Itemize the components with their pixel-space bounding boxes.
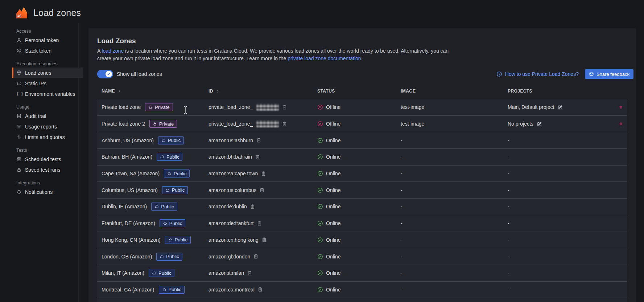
copy-id-button[interactable] xyxy=(253,254,259,259)
database-icon xyxy=(16,113,22,119)
column-header-status: STATUS xyxy=(313,83,396,99)
copy-id-button[interactable] xyxy=(250,204,255,209)
delete-zone-button[interactable] xyxy=(619,121,623,127)
badge-label: Private xyxy=(159,121,174,127)
online-status-icon xyxy=(317,204,323,209)
online-status-icon xyxy=(317,187,323,193)
delete-zone-button[interactable] xyxy=(619,104,623,110)
status-text: Online xyxy=(326,220,340,226)
column-label: NAME xyxy=(102,89,115,94)
sidebar-item-environment-variables[interactable]: { } Environment variables xyxy=(12,89,83,99)
check-icon xyxy=(107,72,111,76)
how-to-use-private-load-zones-link[interactable]: How to use Private Load Zones? xyxy=(496,71,579,77)
column-header-actions xyxy=(615,83,627,99)
edit-projects-button[interactable] xyxy=(557,105,563,110)
table-row: Montreal, CA (Amazon) Public amazon:ca:m… xyxy=(97,281,627,298)
cloud-icon xyxy=(154,204,159,209)
sidebar-item-audit-trail[interactable]: Audit trail xyxy=(12,111,83,121)
toolbar: Show all load zones How to use Private L… xyxy=(88,69,636,79)
status-text: Online xyxy=(326,270,340,276)
sidebar-item-stack-token[interactable]: Stack token xyxy=(12,45,83,56)
sidebar-item-scheduled-tests[interactable]: Scheduled tests xyxy=(12,154,83,164)
sidebar-item-saved-test-runs[interactable]: Saved test runs xyxy=(12,164,83,175)
private-load-zone-docs-link[interactable]: private load zone documentation xyxy=(288,56,361,61)
copy-id-button[interactable] xyxy=(257,287,263,292)
id-cell: amazon:cn:hong kong xyxy=(204,232,313,248)
online-status-icon xyxy=(317,154,323,160)
name-cell: London, GB (Amazon) Public xyxy=(97,248,204,265)
zone-badge: Public xyxy=(159,286,185,294)
sidebar-item-load-zones[interactable]: Load zones xyxy=(12,68,83,78)
sidebar-item-label: Personal token xyxy=(25,37,59,43)
copy-id-button[interactable] xyxy=(261,171,266,176)
table-body: Private load zone Private private_load_z… xyxy=(88,99,636,298)
projects-cell: - xyxy=(503,166,615,182)
cloud-icon xyxy=(167,171,172,176)
copy-id-button[interactable] xyxy=(247,270,252,276)
table-row: Columbus, US (Amazon) Public amazon:us:c… xyxy=(97,181,627,198)
image-cell: - xyxy=(396,149,503,165)
edit-projects-button[interactable] xyxy=(537,121,542,127)
zone-id: amazon:gb:london xyxy=(209,254,250,260)
zone-id: amazon:ie:dublin xyxy=(209,204,247,209)
zone-projects: - xyxy=(508,237,509,243)
status-text: Online xyxy=(326,154,340,160)
people-icon xyxy=(16,48,22,53)
column-header-name[interactable]: NAME xyxy=(97,83,204,99)
copy-id-button[interactable] xyxy=(282,105,287,110)
table-row: Dublin, IE (Amazon) Public amazon:ie:dub… xyxy=(97,198,627,215)
copy-id-button[interactable] xyxy=(259,187,265,193)
zone-image: - xyxy=(401,254,402,260)
sidebar-item-notifications[interactable]: Notifications xyxy=(12,187,83,197)
sidebar-item-usage-reports[interactable]: Usage reports xyxy=(12,121,83,132)
zone-badge: Private xyxy=(145,103,173,111)
cloud-icon xyxy=(168,238,173,242)
offline-status-icon xyxy=(317,104,323,110)
zone-image: - xyxy=(401,287,402,293)
name-cell: Ashburn, US (Amazon) Public xyxy=(97,132,204,148)
status-text: Offline xyxy=(326,121,340,127)
nav-section-usage: Usage xyxy=(16,103,78,111)
load-zone-link[interactable]: load zone xyxy=(102,48,124,54)
image-cell: - xyxy=(396,282,503,298)
image-cell: - xyxy=(396,248,503,265)
column-header-id[interactable]: ID xyxy=(204,83,313,99)
map-pin-icon xyxy=(16,70,22,76)
image-cell: - xyxy=(396,265,503,281)
copy-id-button[interactable] xyxy=(256,138,261,143)
badge-label: Public xyxy=(161,204,174,209)
zone-id: private_load_zone_ xyxy=(209,104,253,110)
online-status-icon xyxy=(317,138,323,143)
copy-id-button[interactable] xyxy=(261,237,267,242)
status-cell: Online xyxy=(313,166,396,182)
sidebar-item-static-ips[interactable]: Static IPs xyxy=(12,78,83,89)
info-icon xyxy=(496,71,502,77)
report-card-icon xyxy=(16,124,22,129)
copy-id-button[interactable] xyxy=(257,221,262,226)
badge-label: Public xyxy=(169,221,182,226)
projects-cell: Main, Default project xyxy=(503,99,615,115)
sidebar-item-personal-token[interactable]: Personal token xyxy=(12,35,83,45)
id-cell: private_load_zone_ xyxy=(204,99,313,115)
actions-cell xyxy=(615,248,627,265)
zone-name: Dublin, IE (Amazon) xyxy=(102,204,147,209)
zone-id: amazon:us:ashburn xyxy=(209,138,253,143)
zone-badge: Public xyxy=(156,253,182,261)
online-status-icon xyxy=(317,270,323,276)
sidebar-item-label: Audit trail xyxy=(25,113,46,119)
show-all-load-zones-toggle[interactable] xyxy=(97,70,113,78)
zone-id: amazon:us:columbus xyxy=(209,187,256,193)
toggle-knob xyxy=(106,71,112,77)
zone-image: test-image xyxy=(401,121,424,127)
redacted-id-blur xyxy=(256,121,279,127)
zone-name: Milan, IT (Amazon) xyxy=(102,270,144,276)
status-text: Online xyxy=(326,204,340,209)
copy-id-button[interactable] xyxy=(255,154,260,160)
copy-id-button[interactable] xyxy=(282,121,287,127)
sidebar-item-limits-and-quotas[interactable]: Limits and quotas xyxy=(12,132,83,142)
actions-cell xyxy=(615,99,627,115)
image-cell: test-image xyxy=(396,116,503,132)
share-feedback-button[interactable]: Share feedback xyxy=(585,69,633,79)
lock-icon xyxy=(16,167,22,172)
table-row: London, GB (Amazon) Public amazon:gb:lon… xyxy=(97,248,627,265)
